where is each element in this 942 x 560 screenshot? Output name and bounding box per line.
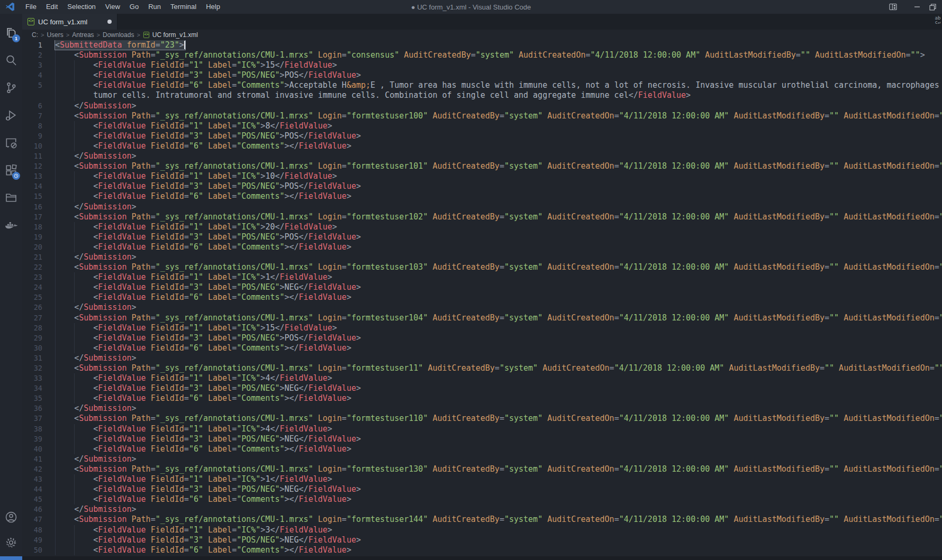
code-line[interactable]: 47 <Submission Path="_sys_ref/annotation… (22, 515, 942, 525)
tab-uc-form-xml[interactable]: UC form_v1.xml (22, 14, 117, 30)
code-text[interactable]: <SubmittedData formId="23"> (51, 40, 942, 50)
code-text[interactable]: <FieldValue FieldId="6" Label="Comments"… (51, 393, 942, 403)
line-number[interactable]: 49 (22, 535, 51, 545)
code-line[interactable]: 42 <Submission Path="_sys_ref/annotation… (22, 464, 942, 474)
code-text[interactable]: tumor cells. Intratumoral and stromal in… (51, 90, 942, 100)
line-number[interactable]: 25 (22, 292, 51, 302)
code-line[interactable]: 38 <FieldValue FieldId="1" Label="IC%">4… (22, 424, 942, 434)
code-line[interactable]: 7 <Submission Path="_sys_ref/annotations… (22, 111, 942, 121)
line-number[interactable]: 34 (22, 383, 51, 393)
breadcrumb-file[interactable]: UC form_v1.xml (152, 31, 198, 39)
code-line[interactable]: 39 <FieldValue FieldId="3" Label="POS/NE… (22, 434, 942, 444)
line-number[interactable]: 43 (22, 474, 51, 484)
remote-explorer-icon[interactable] (0, 129, 22, 157)
code-line[interactable]: 30 <FieldValue FieldId="6" Label="Commen… (22, 343, 942, 353)
code-text[interactable]: </Submission> (51, 504, 942, 515)
code-line[interactable]: 21 </Submission> (22, 252, 942, 262)
menu-file[interactable]: File (21, 0, 41, 14)
menu-go[interactable]: Go (125, 0, 143, 14)
line-number[interactable]: 24 (22, 282, 51, 292)
restore-icon[interactable] (929, 0, 942, 14)
line-number[interactable]: 31 (22, 353, 51, 363)
line-number[interactable]: 36 (22, 403, 51, 414)
code-line[interactable]: 2 <Submission Path="_sys_ref/annotations… (22, 50, 942, 60)
code-line[interactable]: 33 <FieldValue FieldId="1" Label="IC%">4… (22, 373, 942, 383)
line-number[interactable]: 27 (22, 313, 51, 323)
code-line[interactable]: 43 <FieldValue FieldId="1" Label="IC%">1… (22, 474, 942, 484)
code-text[interactable]: <FieldValue FieldId="6" Label="Comments"… (51, 444, 942, 454)
code-line[interactable]: 27 <Submission Path="_sys_ref/annotation… (22, 313, 942, 323)
code-text[interactable]: <Submission Path="_sys_ref/annotations/C… (51, 414, 942, 424)
code-line[interactable]: 14 <FieldValue FieldId="3" Label="POS/NE… (22, 181, 942, 191)
code-text[interactable]: <Submission Path="_sys_ref/annotations/C… (51, 212, 942, 222)
code-line[interactable]: 10 <FieldValue FieldId="6" Label="Commen… (22, 141, 942, 151)
code-text[interactable]: </Submission> (51, 302, 942, 313)
code-line[interactable]: 36 </Submission> (22, 403, 942, 414)
code-text[interactable]: </Submission> (51, 454, 942, 464)
code-text[interactable]: </Submission> (51, 151, 942, 161)
line-number[interactable]: 45 (22, 494, 51, 504)
code-line[interactable]: 18 <FieldValue FieldId="1" Label="IC%">2… (22, 222, 942, 232)
accounts-icon[interactable] (0, 506, 22, 529)
code-line[interactable]: 13 <FieldValue FieldId="1" Label="IC%">1… (22, 171, 942, 181)
line-number[interactable]: 33 (22, 373, 51, 383)
code-line[interactable]: 3 <FieldValue FieldId="1" Label="IC%">15… (22, 60, 942, 70)
line-number[interactable]: 14 (22, 181, 51, 191)
remote-indicator[interactable] (0, 556, 22, 560)
code-line[interactable]: 28 <FieldValue FieldId="1" Label="IC%">1… (22, 323, 942, 333)
line-number[interactable]: 50 (22, 545, 51, 555)
code-line[interactable]: 11 </Submission> (22, 151, 942, 161)
line-number[interactable]: 3 (22, 60, 51, 70)
code-text[interactable]: <FieldValue FieldId="1" Label="IC%">20</… (51, 222, 942, 232)
search-icon[interactable] (0, 47, 22, 74)
code-line[interactable]: 49 <FieldValue FieldId="3" Label="POS/NE… (22, 535, 942, 545)
line-number[interactable]: 26 (22, 302, 51, 313)
code-text[interactable]: <FieldValue FieldId="6" Label="Comments"… (51, 191, 942, 201)
code-text[interactable]: <FieldValue FieldId="1" Label="IC%">1</F… (51, 272, 942, 282)
line-number[interactable] (22, 90, 51, 100)
code-text[interactable]: <FieldValue FieldId="3" Label="POS/NEG">… (51, 333, 942, 343)
code-text[interactable]: <FieldValue FieldId="6" Label="Comments"… (51, 343, 942, 353)
project-folder-icon[interactable] (0, 184, 22, 212)
line-number[interactable]: 42 (22, 464, 51, 474)
line-number[interactable]: 44 (22, 484, 51, 494)
code-text[interactable]: <Submission Path="_sys_ref/annotations/C… (51, 363, 942, 373)
line-number[interactable]: 40 (22, 444, 51, 454)
line-number[interactable]: 7 (22, 111, 51, 121)
explorer-icon[interactable]: 1 (0, 19, 22, 47)
code-text[interactable]: <FieldValue FieldId="6" Label="Comments"… (51, 494, 942, 504)
menu-selection[interactable]: Selection (62, 0, 100, 14)
code-text[interactable]: <FieldValue FieldId="1" Label="IC%">15</… (51, 60, 942, 70)
line-number[interactable]: 20 (22, 242, 51, 252)
line-number[interactable]: 35 (22, 393, 51, 403)
code-text[interactable]: <Submission Path="_sys_ref/annotations/C… (51, 464, 942, 474)
code-text[interactable]: <FieldValue FieldId="6" Label="Comments"… (51, 141, 942, 151)
code-text[interactable]: <FieldValue FieldId="1" Label="IC%">4</F… (51, 373, 942, 383)
code-text[interactable]: <FieldValue FieldId="3" Label="POS/NEG">… (51, 484, 942, 494)
code-line[interactable]: 9 <FieldValue FieldId="3" Label="POS/NEG… (22, 131, 942, 141)
code-line[interactable]: 37 <Submission Path="_sys_ref/annotation… (22, 414, 942, 424)
code-line[interactable]: 25 <FieldValue FieldId="6" Label="Commen… (22, 292, 942, 302)
customize-layout-icon[interactable] (881, 0, 905, 14)
word-wrap-icon[interactable]: abc↵ (932, 16, 942, 27)
code-text[interactable]: <FieldValue FieldId="3" Label="POS/NEG">… (51, 282, 942, 292)
code-line[interactable]: 4 <FieldValue FieldId="3" Label="POS/NEG… (22, 70, 942, 80)
code-text[interactable]: <FieldValue FieldId="3" Label="POS/NEG">… (51, 535, 942, 545)
code-text[interactable]: <FieldValue FieldId="1" Label="IC%">15</… (51, 323, 942, 333)
settings-gear-icon[interactable] (0, 531, 22, 554)
line-number[interactable]: 10 (22, 141, 51, 151)
code-line[interactable]: 6 </Submission> (22, 101, 942, 111)
line-number[interactable]: 21 (22, 252, 51, 262)
line-number[interactable]: 37 (22, 414, 51, 424)
code-line[interactable]: 16 </Submission> (22, 202, 942, 212)
code-text[interactable]: <FieldValue FieldId="3" Label="POS/NEG">… (51, 181, 942, 191)
code-line[interactable]: 35 <FieldValue FieldId="6" Label="Commen… (22, 393, 942, 403)
code-line[interactable]: 24 <FieldValue FieldId="3" Label="POS/NE… (22, 282, 942, 292)
line-number[interactable]: 41 (22, 454, 51, 464)
code-line[interactable]: 46 </Submission> (22, 504, 942, 515)
code-text[interactable]: <Submission Path="_sys_ref/annotations/C… (51, 262, 942, 272)
code-line[interactable]: 8 <FieldValue FieldId="1" Label="IC%">8<… (22, 121, 942, 131)
line-number[interactable]: 47 (22, 515, 51, 525)
code-line[interactable]: 5 <FieldValue FieldId="6" Label="Comment… (22, 80, 942, 90)
line-number[interactable]: 4 (22, 70, 51, 80)
